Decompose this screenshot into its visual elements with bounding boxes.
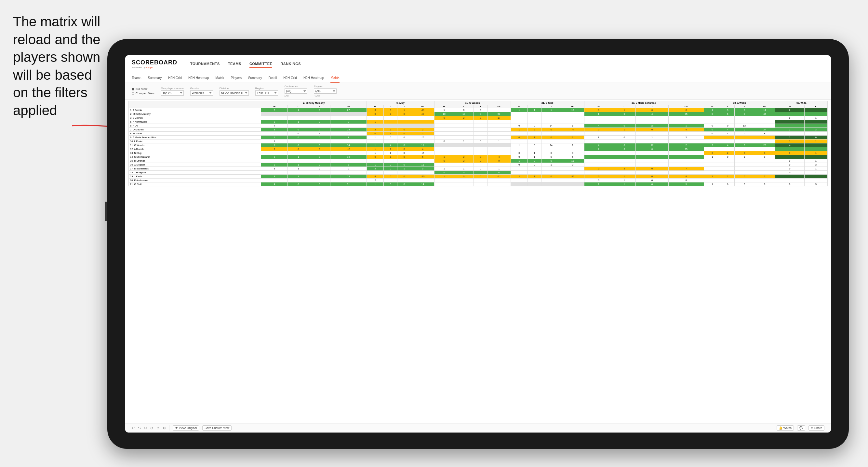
subnav-h2h-heatmap[interactable]: H2H Heatmap [188, 73, 209, 82]
tablet-frame: SCOREBOARD Powered by clippd TOURNAMENTS… [107, 39, 849, 449]
matrix-cell [541, 167, 561, 171]
matrix-cell: 1 [528, 151, 541, 155]
matrix-cell [367, 124, 384, 128]
matrix-cell [561, 179, 584, 182]
matrix-cell: 2 [704, 175, 721, 179]
matrix-cell: 0 [704, 151, 721, 155]
matrix-cell: 2 [367, 128, 384, 132]
subnav-h2h-grid[interactable]: H2H Grid [168, 73, 182, 82]
full-view-option[interactable]: Full View [132, 88, 154, 91]
matrix-cell: 18 [331, 128, 367, 132]
full-view-radio[interactable] [132, 88, 134, 90]
nav-teams[interactable]: TEAMS [228, 61, 241, 68]
undo-icon[interactable]: ↩ [132, 426, 135, 430]
matrix-cell: 1 [384, 132, 397, 135]
sh-t6: T [735, 105, 754, 108]
matrix-cell [528, 116, 541, 120]
matrix-cell [473, 135, 487, 139]
nav-committee[interactable]: COMMITTEE [249, 61, 273, 68]
matrix-cell [613, 159, 636, 163]
matrix-cell: 1 [528, 175, 541, 179]
matrix-cell: 2 [528, 128, 541, 132]
subnav-h2h-heatmap2[interactable]: H2H Heatmap [303, 73, 324, 82]
matrix-cell [704, 159, 721, 163]
matrix-cell: 0 [397, 182, 411, 186]
matrix-cell: 0 [397, 135, 411, 139]
max-players-select[interactable]: Top 25 Top 10 Top 50 [161, 90, 184, 96]
matrix-cell: 0 [528, 159, 541, 163]
matrix-cell [668, 151, 704, 155]
sh-dif5: Dif [668, 105, 704, 108]
watch-button[interactable]: 🔔 Watch [777, 425, 794, 431]
matrix-cell [735, 120, 754, 124]
matrix-cell: 1 [721, 132, 735, 135]
matrix-cell [309, 179, 330, 182]
compact-view-radio[interactable] [132, 92, 134, 95]
subnav-h2h-grid2[interactable]: H2H Grid [283, 73, 297, 82]
subnav-summary[interactable]: Summary [148, 73, 162, 82]
matrix-cell [754, 171, 775, 175]
matrix-cell [309, 171, 330, 175]
comment-button[interactable]: 💬 [797, 425, 805, 431]
matrix-cell: 4 [721, 144, 735, 147]
view-original-button[interactable]: 👁 View: Original [173, 425, 199, 431]
matrix-cell: 0 [473, 171, 487, 175]
gender-filter: Gender Women's Men's [190, 87, 213, 96]
matrix-cell: 3 [411, 167, 434, 171]
matrix-cell [487, 135, 510, 139]
matrix-cell: 0 [775, 163, 804, 167]
matrix-cell [541, 147, 561, 151]
nav-rankings[interactable]: RANKINGS [280, 61, 301, 68]
compact-view-option[interactable]: Compact View [132, 92, 154, 95]
matrix-cell: 17 [636, 144, 669, 147]
zoom-in-icon[interactable]: ⊕ [156, 426, 159, 430]
zoom-out-icon[interactable]: ⊖ [150, 426, 153, 430]
matrix-cell [584, 151, 613, 155]
bottom-toolbar: ↩ ↪ ↺ ⊖ ⊕ ⚙ 👁 View: Original Save Custom… [125, 423, 831, 433]
matrix-cell [721, 171, 735, 175]
matrix-cell: 0 [613, 135, 636, 139]
subnav-detail[interactable]: Detail [269, 73, 277, 82]
gender-select[interactable]: Women's Men's [190, 90, 213, 96]
matrix-cell: 1 [704, 155, 721, 159]
matrix-cell: 2 [721, 151, 735, 155]
matrix-cell: 1 [541, 163, 561, 167]
table-row: 11. G Woods10014140111014140172240204 [129, 144, 828, 147]
matrix-cell [704, 139, 721, 144]
settings-icon[interactable]: ⚙ [163, 426, 166, 430]
matrix-cell: 0 [721, 182, 735, 186]
subnav-matrix[interactable]: Matrix [215, 73, 224, 82]
gender-label: Gender [190, 87, 213, 90]
matrix-cell [288, 116, 309, 120]
matrix-cell: 0 [541, 128, 561, 132]
matrix-cell [261, 116, 288, 120]
logo-subtitle: Powered by clippd [132, 66, 177, 69]
subnav-matrix2[interactable]: Matrix [331, 73, 339, 83]
subnav-players[interactable]: Players [231, 73, 242, 82]
subnav-teams[interactable]: Teams [132, 73, 141, 82]
matrix-cell: 0 [397, 144, 411, 147]
annotation-text: The matrix will reload and the players s… [13, 13, 107, 120]
share-button[interactable]: ⬆ Share [808, 425, 825, 431]
matrix-cell: 0 [384, 175, 397, 179]
matrix-cell: 0 [510, 135, 528, 139]
matrix-cell [721, 179, 735, 182]
conference-select[interactable]: (All) [285, 89, 307, 94]
matrix-area[interactable]: 2. M Kelly Mulcahy 6. A Dy 11. G Woods 2… [125, 99, 831, 423]
matrix-cell [735, 139, 754, 144]
players-select[interactable]: (All) [314, 89, 337, 94]
table-row: 3. S Jelinek0201701 [129, 116, 828, 120]
division-select[interactable]: NCAA Division II NCAA Division I NCAA Di… [219, 90, 249, 96]
player-name-cell: 10. L Perini [129, 139, 261, 144]
sh-dif3: Dif [487, 105, 510, 108]
redo-icon[interactable]: ↪ [138, 426, 141, 430]
refresh-icon[interactable]: ↺ [144, 426, 147, 430]
subnav-summary2[interactable]: Summary [248, 73, 262, 82]
save-custom-button[interactable]: Save Custom View [202, 425, 231, 431]
region-select[interactable]: East - DII West - DII [255, 90, 278, 96]
matrix-cell: 0 [613, 112, 636, 116]
matrix-cell [636, 163, 669, 167]
matrix-cell: 10 [434, 112, 454, 116]
nav-tournaments[interactable]: TOURNAMENTS [190, 61, 220, 68]
sub-nav: Teams Summary H2H Grid H2H Heatmap Matri… [125, 73, 831, 83]
